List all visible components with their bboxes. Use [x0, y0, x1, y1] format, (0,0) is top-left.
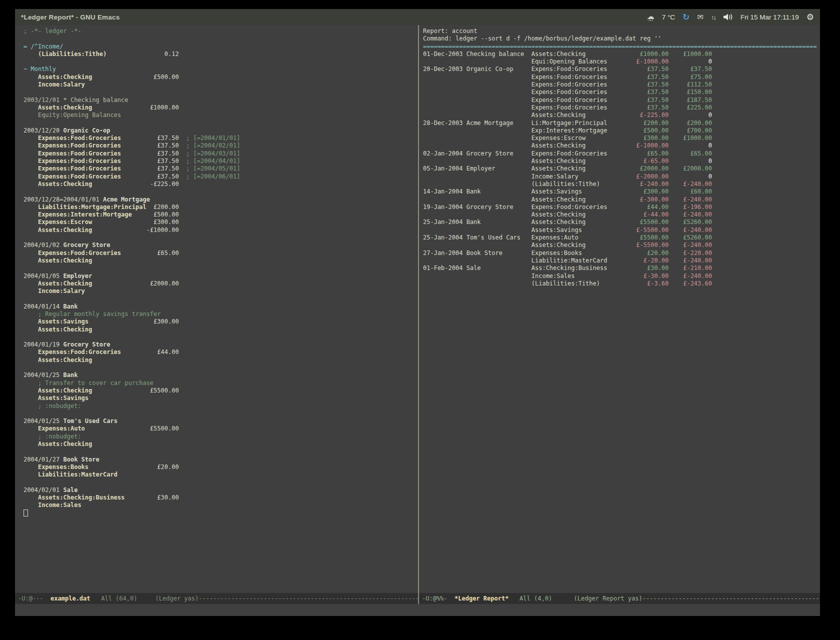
register-account: Ass:Checking:Business [532, 264, 626, 272]
register-row: Exp:Interest:Mortgage £500.00 £700.00 [423, 127, 820, 134]
register-amount: £37.50 [626, 74, 669, 80]
register-account: Assets:Checking [532, 218, 626, 226]
indent [24, 180, 38, 188]
buffer-line: Assets:Checking £5500.00 [24, 387, 418, 394]
cleared-transaction-line: 2003/12/01 * Checking balance [24, 96, 128, 104]
register-running-total: £-210.00 [668, 264, 712, 272]
account-name: Liabilities:MasterCard [38, 471, 118, 478]
titlebar[interactable]: *Ledger Report* - GNU Emacs ☁ 7 °C ↻ ✉ ↑… [15, 9, 820, 25]
effective-date-note: ; [=2004/04/01] [179, 158, 240, 164]
ledger-file-window: ; -*- ledger -*- = /^Income/ (Liabilitie… [15, 25, 418, 604]
register-account: Assets:Checking [532, 158, 626, 164]
buffer-line: Assets:Checking [24, 440, 418, 448]
register-running-total: £75.00 [668, 74, 712, 80]
register-date-payee: 01-Dec-2003 Checking balance [423, 50, 532, 58]
buffer-line: 2004/01/14 Bank [24, 303, 418, 310]
refresh-icon[interactable]: ↻ [682, 13, 690, 22]
file-comment: ; -*- ledger -*- [24, 28, 82, 34]
weather-cloud-icon[interactable]: ☁ [647, 13, 654, 21]
posting-note: ; :nobudget: [24, 433, 82, 440]
register-account: Expenses:Auto [532, 234, 626, 241]
buffer-line: ~ Monthly [24, 66, 418, 73]
account-name: Assets:Checking [38, 257, 92, 264]
register-date-payee [423, 74, 532, 80]
buffer-line: 2003/12/01 * Checking balance [24, 96, 418, 104]
payee: Employer [63, 272, 92, 280]
buffer-line: 2003/12/20 Organic Co-op [24, 127, 418, 134]
rain-hatch [648, 20, 654, 21]
buffer-line: 2004/01/27 Book Store [24, 456, 418, 464]
register-running-total: 0 [668, 112, 712, 118]
buffer-line: Expenses:Food:Groceries £37.50 ; [=2004/… [24, 134, 418, 142]
indent [24, 440, 38, 448]
amount: £300.00 [92, 218, 178, 226]
report-header-text: Report: account [423, 28, 477, 34]
effective-date-note: ; [=2004/02/01] [179, 142, 240, 149]
register-amount: £500.00 [626, 127, 669, 134]
transaction-date: 2004/01/02 [24, 242, 63, 248]
account-name: Assets:Checking [38, 180, 92, 188]
buffer-line: Assets:Checking [24, 257, 418, 264]
register-account: Expens:Food:Groceries [532, 204, 626, 210]
payee: Organic Co-op [63, 127, 110, 134]
register-amount: £5500.00 [626, 234, 669, 241]
network-arrows-icon[interactable]: ↑↓ [711, 14, 716, 21]
buffer-line: Assets:Savings £300.00 [24, 318, 418, 326]
indent [24, 173, 38, 180]
amount: £44.00 [121, 348, 179, 356]
amount: £30.00 [124, 494, 178, 501]
register-amount: £-44.00 [626, 211, 669, 218]
left-modeline[interactable]: -U:@--- example.dat All (64,0) (Ledger y… [15, 593, 418, 604]
register-date-payee [423, 58, 532, 65]
payee: Sale [63, 486, 78, 494]
buffer-line: Expenses:Food:Groceries £37.50 ; [=2004/… [24, 158, 418, 165]
register-row: Income:Salary £-2000.00 0 [423, 173, 820, 180]
buffer-line [24, 479, 418, 486]
register-row: Assets:Checking £-5500.00 £-240.00 [423, 242, 820, 249]
echo-area[interactable] [15, 604, 820, 616]
mail-icon[interactable]: ✉ [697, 14, 704, 21]
amount: £500.00 [92, 74, 178, 80]
volume-icon[interactable] [723, 14, 733, 20]
register-running-total: £150.00 [668, 88, 712, 96]
indent [24, 81, 38, 88]
session-gear-icon[interactable]: ⚙ [806, 13, 814, 22]
register-row: 02-Jan-2004 Grocery Store Expens:Food:Gr… [423, 150, 820, 158]
account-name: Assets:Checking [38, 226, 92, 234]
emacs-frame: *Ledger Report* - GNU Emacs ☁ 7 °C ↻ ✉ ↑… [15, 9, 820, 616]
ledger-buffer[interactable]: ; -*- ledger -*- = /^Income/ (Liabilitie… [15, 25, 418, 593]
amount: -£1000.00 [92, 226, 178, 234]
account-name: Expenses:Food:Groceries [38, 165, 121, 172]
register-running-total: 0 [668, 158, 712, 164]
report-buffer[interactable]: Report: accountCommand: ledger --sort d … [419, 25, 820, 593]
register-date-payee [423, 88, 532, 96]
account-name: Expenses:Food:Groceries [38, 134, 121, 142]
effective-date-note: ; [=2004/01/01] [179, 134, 240, 142]
indent [24, 318, 38, 325]
buffer-line: Expenses:Food:Groceries £37.50 ; [=2004/… [24, 173, 418, 180]
buffer-line [24, 188, 418, 196]
indent [24, 142, 38, 149]
buffer-line [24, 448, 418, 456]
amount: £1000.00 [92, 104, 178, 111]
account-name: Expenses:Escrow [38, 218, 92, 226]
register-running-total: 0 [668, 58, 712, 65]
register-row: Assets:Savings £-5500.00 £-240.00 [423, 226, 820, 234]
register-running-total: £225.00 [668, 104, 712, 111]
register-date-payee: 25-Jan-2004 Tom's Used Cars [423, 234, 532, 241]
register-amount: £30.00 [626, 264, 669, 272]
register-row: Assets:Checking £-65.00 0 [423, 158, 820, 165]
register-amount: £-1000.00 [626, 58, 669, 65]
modeline-prefix: -U:@--- [18, 595, 50, 602]
clock-label[interactable]: Fri 15 Mar 17:11:19 [740, 14, 799, 21]
modeline-position: All (64,0) [90, 595, 156, 602]
register-amount: £-240.00 [626, 180, 669, 188]
register-date-payee: 05-Jan-2004 Employer [423, 165, 532, 172]
modeline-buffer-name: example.dat [50, 595, 90, 602]
account-name: Assets:Checking [38, 440, 92, 448]
register-row: 20-Dec-2003 Organic Co-op Expens:Food:Gr… [423, 66, 820, 73]
buffer-line: 2004/01/05 Employer [24, 272, 418, 280]
buffer-line: Assets:Checking £500.00 [24, 74, 418, 81]
register-running-total: £5260.00 [668, 218, 712, 226]
right-modeline[interactable]: -U:@%%- *Ledger Report* All (4,0) (Ledge… [419, 593, 820, 604]
